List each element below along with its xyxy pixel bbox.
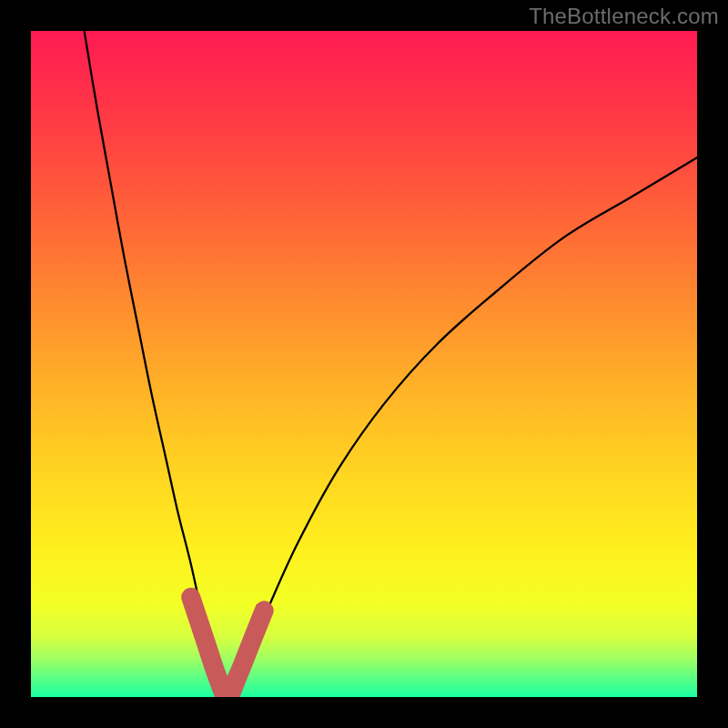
chart-frame: TheBottleneck.com	[0, 0, 728, 728]
watermark-text: TheBottleneck.com	[529, 4, 719, 29]
bottleneck-curve	[85, 31, 697, 697]
chart-svg	[31, 31, 697, 697]
highlight-band	[191, 597, 265, 697]
plot-area	[31, 31, 697, 697]
